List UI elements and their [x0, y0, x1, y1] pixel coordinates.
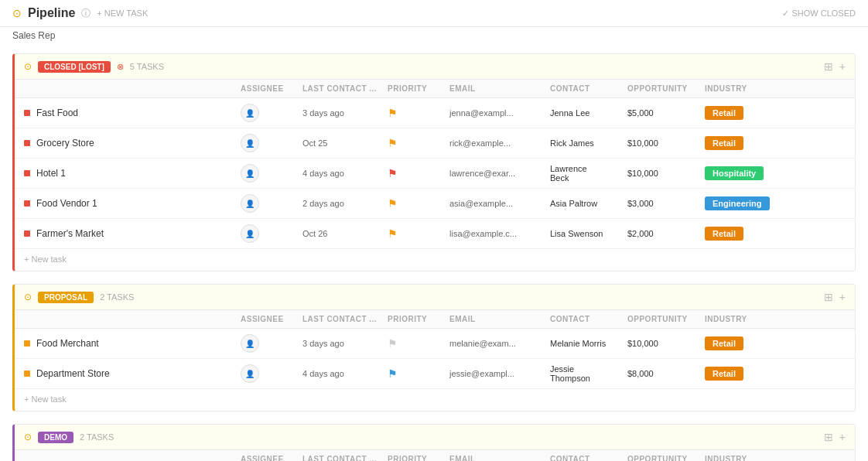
table-header-proposal: ASSIGNEE LAST CONTACT ... PRIORITY EMAIL…	[15, 309, 855, 329]
col-industry: INDUSTRY	[705, 315, 774, 323]
opportunity-food-merchant: $10,000	[627, 339, 705, 348]
table-row: Food Vendor 1 👤 2 days ago ⚑ asia@exampl…	[15, 189, 855, 219]
section-closed-lost: ⊙ CLOSED [LOST] ⊗ 5 TASKS ⊞ + ASSIGNEE L…	[12, 53, 856, 271]
add-icon-closed-lost[interactable]: +	[839, 60, 846, 73]
task-name-food-vendor: Food Vendor 1	[24, 198, 241, 209]
col-contact: CONTACT	[550, 84, 627, 93]
assignee-icon[interactable]: 👤	[241, 364, 259, 383]
header-left: ⊙ Pipeline ⓘ + NEW TASK	[12, 6, 148, 20]
email-grocery-store: rick@example...	[449, 138, 550, 148]
new-task-link-proposal[interactable]: + New task	[24, 394, 67, 404]
priority-hotel1: ⚑	[388, 167, 449, 179]
grid-icon-closed-lost[interactable]: ⊞	[824, 60, 833, 73]
section-actions-closed-lost: ⊞ +	[824, 60, 846, 73]
col-opportunity: OPPORTUNITY	[627, 84, 705, 93]
pipeline-toggle-icon[interactable]: ⊙	[12, 7, 22, 19]
col-actions	[774, 455, 805, 461]
email-fast-food: jenna@exampl...	[449, 108, 550, 118]
opportunity-farmers-market: $2,000	[627, 229, 705, 238]
task-name-fast-food: Fast Food	[24, 108, 241, 118]
section-actions-proposal: ⊞ +	[824, 291, 846, 303]
tasks-count-proposal: 2 TASKS	[100, 292, 134, 302]
add-icon-proposal[interactable]: +	[839, 291, 846, 303]
table-row: Grocery Store 👤 Oct 25 ⚑ rick@example...…	[15, 128, 855, 159]
industry-farmers-market: Retail	[705, 227, 774, 241]
new-task-button[interactable]: + NEW TASK	[97, 9, 148, 18]
col-assignee: ASSIGNEE	[241, 84, 302, 93]
assignee-icon[interactable]: 👤	[241, 104, 259, 122]
section-header-demo: ⊙ DEMO 2 TASKS ⊞ +	[15, 425, 855, 449]
dot-farmers-market	[24, 230, 30, 237]
table-row: Food Merchant 👤 3 days ago ⚑ melanie@exa…	[15, 329, 855, 359]
assignee-hotel1: 👤	[241, 164, 302, 183]
section-proposal: ⊙ PROPOSAL 2 TASKS ⊞ + ASSIGNEE LAST CON…	[12, 284, 856, 411]
header: ⊙ Pipeline ⓘ + NEW TASK ✓ SHOW CLOSED	[0, 0, 868, 27]
assignee-dept-store: 👤	[241, 364, 302, 383]
section-demo: ⊙ DEMO 2 TASKS ⊞ + ASSIGNEE LAST CONTACT…	[12, 424, 856, 461]
col-priority: PRIORITY	[388, 455, 449, 461]
section-toggle-demo[interactable]: ⊙	[24, 432, 32, 442]
dot-hotel1	[24, 170, 30, 176]
priority-grocery-store: ⚑	[388, 137, 449, 149]
contact-food-vendor: Asia Paltrow	[550, 199, 627, 208]
col-email: EMAIL	[449, 84, 550, 93]
task-name-food-merchant: Food Merchant	[24, 338, 241, 349]
new-task-link-closed-lost[interactable]: + New task	[24, 254, 67, 264]
email-food-vendor: asia@example...	[449, 199, 550, 208]
assignee-grocery-store: 👤	[241, 134, 302, 152]
assignee-icon[interactable]: 👤	[241, 194, 259, 213]
dot-food-vendor	[24, 200, 30, 207]
col-last-contact: LAST CONTACT ...	[302, 315, 388, 323]
contact-dept-store: JessieThompson	[550, 364, 627, 383]
show-closed-button[interactable]: ✓ SHOW CLOSED	[782, 9, 856, 19]
assignee-food-vendor: 👤	[241, 194, 302, 213]
last-contact-grocery-store: Oct 25	[302, 138, 388, 148]
contact-farmers-market: Lisa Swenson	[550, 229, 627, 238]
assignee-food-merchant: 👤	[241, 334, 302, 353]
col-assignee: ASSIGNEE	[241, 455, 302, 461]
table-row: Fast Food 👤 3 days ago ⚑ jenna@exampl...…	[15, 98, 855, 128]
task-name-farmers-market: Farmer's Market	[24, 228, 241, 239]
grid-icon-proposal[interactable]: ⊞	[824, 291, 833, 303]
industry-food-vendor: Engineering	[705, 196, 774, 210]
assignee-farmers-market: 👤	[241, 224, 302, 243]
section-toggle-closed-lost[interactable]: ⊙	[24, 61, 32, 72]
col-actions	[774, 84, 805, 93]
priority-food-merchant: ⚑	[388, 337, 449, 350]
section-toggle-proposal[interactable]: ⊙	[24, 292, 32, 302]
opportunity-fast-food: $5,000	[627, 108, 705, 118]
tasks-count-closed-lost: 5 TASKS	[130, 62, 164, 71]
col-priority: PRIORITY	[388, 84, 449, 93]
grid-icon-demo[interactable]: ⊞	[824, 431, 833, 443]
contact-grocery-store: Rick James	[550, 138, 627, 148]
assignee-icon[interactable]: 👤	[241, 334, 259, 353]
add-icon-demo[interactable]: +	[839, 431, 846, 443]
table-row: Hotel 1 👤 4 days ago ⚑ lawrence@exar... …	[15, 159, 855, 189]
email-farmers-market: lisa@example.c...	[449, 229, 550, 238]
badge-demo: DEMO	[38, 432, 73, 443]
last-contact-fast-food: 3 days ago	[302, 108, 388, 118]
badge-proposal: PROPOSAL	[38, 292, 94, 303]
email-dept-store: jessie@exampl...	[449, 369, 550, 378]
table-row: Farmer's Market 👤 Oct 26 ⚑ lisa@example.…	[15, 219, 855, 249]
priority-fast-food: ⚑	[388, 107, 449, 119]
col-assignee: ASSIGNEE	[241, 315, 302, 323]
col-contact: CONTACT	[550, 455, 627, 461]
contact-hotel1: LawrenceBeck	[550, 164, 627, 183]
task-name-grocery-store: Grocery Store	[24, 138, 241, 149]
last-contact-food-vendor: 2 days ago	[302, 199, 388, 208]
col-email: EMAIL	[449, 455, 550, 461]
task-name-hotel1: Hotel 1	[24, 168, 241, 179]
assignee-fast-food: 👤	[241, 104, 302, 122]
section-header-proposal: ⊙ PROPOSAL 2 TASKS ⊞ +	[15, 285, 855, 309]
col-opportunity: OPPORTUNITY	[627, 315, 705, 323]
col-industry: INDUSTRY	[705, 455, 774, 461]
assignee-icon[interactable]: 👤	[241, 134, 259, 152]
section-actions-demo: ⊞ +	[824, 431, 846, 443]
col-actions	[774, 315, 805, 323]
table-header-closed-lost: ASSIGNEE LAST CONTACT ... PRIORITY EMAIL…	[15, 79, 855, 98]
priority-farmers-market: ⚑	[388, 227, 449, 240]
col-name	[24, 455, 241, 461]
assignee-icon[interactable]: 👤	[241, 164, 259, 183]
assignee-icon[interactable]: 👤	[241, 224, 259, 243]
